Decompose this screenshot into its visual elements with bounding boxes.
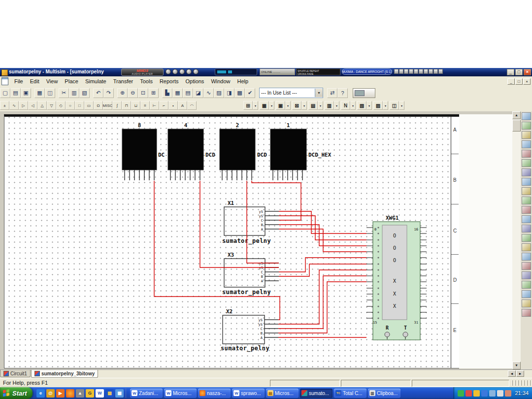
mdi-restore-button[interactable]: □ [515,78,523,85]
simulation-run-switch[interactable] [353,88,375,98]
print-icon[interactable]: ▦ [34,88,45,98]
family-button[interactable]: ▣ [276,101,285,110]
menu-item[interactable]: Window [207,77,233,85]
four-channel-oscilloscope-icon[interactable] [522,150,531,158]
menu-item[interactable]: Simulate [82,77,110,85]
playlist-button[interactable] [399,69,403,74]
iv-analyzer-icon[interactable] [522,206,531,214]
play-button[interactable] [179,69,185,74]
menu-item[interactable]: File [11,77,27,85]
junction-icon[interactable]: • [168,101,178,110]
place-connector-icon[interactable]: ⊔ [131,101,140,110]
wire-icon[interactable]: ⌐ [159,101,168,110]
redo-icon[interactable]: ↷ [103,88,114,98]
close-button[interactable]: × [524,69,531,75]
wire[interactable] [279,225,366,246]
vhdl-icon[interactable]: ◨ [224,88,234,98]
family-button[interactable]: N [341,101,350,110]
scroll-left-button[interactable]: ◄ [508,370,516,377]
firefox-icon[interactable] [66,389,74,398]
project-bar-icon[interactable]: ▙ [162,88,172,98]
family-button[interactable]: ⊠ [292,101,301,110]
rewind-button[interactable] [172,69,178,74]
place-transistor-icon[interactable]: ◁ [28,101,37,110]
family-button[interactable]: ▨ [373,101,383,110]
menu-item[interactable]: Edit [27,77,43,85]
menu-item[interactable]: Options [182,77,207,85]
distortion-analyzer-icon[interactable] [522,215,531,223]
place-misc-icon[interactable]: MISC [103,101,112,110]
c-button[interactable] [433,69,438,74]
database-icon[interactable]: ▤ [183,88,193,98]
graphics-icon[interactable]: ◠ [187,101,197,110]
place-mixed-icon[interactable]: □ [75,101,84,110]
title-bar[interactable]: sumatorpelny - Multisim - [sumatorpelny … [0,68,532,76]
start-button[interactable]: Start [0,387,33,399]
frequency-counter-icon[interactable] [522,168,531,176]
wire[interactable] [200,181,279,267]
zoom-out-icon[interactable]: ⊖ [128,88,138,98]
volume-button[interactable] [414,69,418,74]
menu-item[interactable]: Tools [136,77,156,85]
dropdown-icon[interactable]: ▾ [383,101,388,110]
seven-segment-display[interactable] [168,129,203,170]
text-icon[interactable]: A [178,101,187,110]
paste-icon[interactable]: ▧ [79,88,90,98]
dropdown-icon[interactable]: ▾ [269,101,274,110]
taskbar-task-button[interactable]: W Micros... [164,389,197,398]
wire[interactable] [154,181,280,320]
seven-segment-display[interactable] [270,129,306,170]
family-button[interactable]: ▦ [260,101,269,110]
wire[interactable] [278,282,366,333]
taskbar-task-button[interactable]: ▥ Clipboa... [368,389,400,398]
mdi-close-button[interactable]: × [523,78,531,85]
place-electromech-icon[interactable]: ⊓ [122,101,131,110]
dropdown-icon[interactable]: ▾ [350,101,356,110]
agilent-oscilloscope-icon[interactable] [522,262,531,270]
display-icon[interactable] [505,390,511,397]
open-icon[interactable]: ▤ [10,88,21,98]
new-icon[interactable]: ▢ [0,88,10,98]
repeat-button[interactable] [409,69,413,74]
taskbar-task-button[interactable]: W Zadani... [130,389,163,398]
mdi-minimize-button[interactable]: _ [507,78,515,85]
antivirus-icon[interactable] [466,390,472,397]
network-icon[interactable] [481,390,488,397]
spreadsheet-icon[interactable]: ▦ [172,88,183,98]
show-desktop-icon[interactable]: ▦ [115,389,124,398]
help-icon[interactable]: ? [337,88,348,98]
balance-button[interactable] [419,69,423,74]
wire[interactable] [279,183,301,220]
sheet-tab[interactable]: Circuit1 [0,370,31,377]
dropdown-icon[interactable]: ▾ [318,101,323,110]
update-icon[interactable] [489,390,496,397]
taskbar-task-button[interactable]: TC Total C... [334,389,366,398]
undo-icon[interactable]: ↶ [93,88,103,98]
taskbar-task-button[interactable]: ● nasza-... [198,389,231,398]
wire[interactable] [278,270,366,324]
b-button[interactable] [429,69,433,74]
media-player-icon[interactable]: ▶ [56,389,65,398]
breadboard-icon[interactable]: ▩ [234,88,245,98]
place-hierarchical-icon[interactable]: ≡ [140,101,150,110]
scheduler-icon[interactable] [497,390,503,397]
prev-button[interactable] [166,69,171,74]
shuffle-button[interactable] [404,69,408,74]
zoom-area-icon[interactable]: ⊡ [138,88,148,98]
total-commander-icon[interactable]: ▤ [105,389,114,398]
zoom-in-icon[interactable]: ⊕ [117,88,128,98]
volume-icon[interactable] [458,390,464,397]
in-use-list-combo[interactable]: --- In Use List --- ▼ [259,88,323,98]
resize-grip[interactable] [512,380,531,386]
dropdown-icon[interactable]: ▾ [253,101,258,110]
ready-terminal[interactable] [385,332,390,337]
taskbar-task-button[interactable]: ▦ sumato... [300,389,332,398]
menu-item[interactable]: Place [61,77,82,85]
taskbar-task-button[interactable]: W sprawo... [232,389,265,398]
scroll-right-button[interactable]: ► [516,370,524,377]
word-generator-icon[interactable] [522,178,531,186]
ffwd-button[interactable] [186,69,192,74]
next-button[interactable] [193,69,199,74]
combo-dropdown-icon[interactable]: ▼ [315,89,323,97]
trigger-terminal[interactable] [403,332,408,337]
